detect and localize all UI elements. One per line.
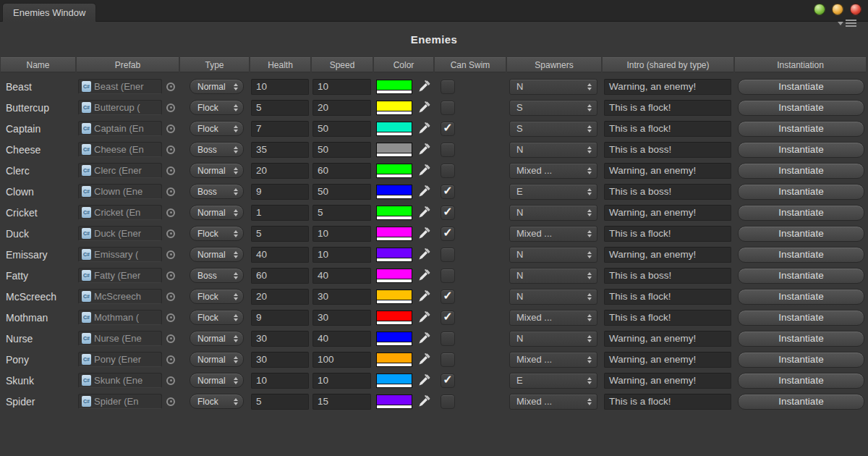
instantiate-button[interactable]: Instantiate — [738, 184, 864, 200]
can-swim-checkbox[interactable]: ✓ — [441, 164, 455, 178]
spawners-dropdown[interactable]: S — [509, 121, 597, 137]
can-swim-checkbox[interactable]: ✓ — [441, 248, 455, 262]
can-swim-checkbox[interactable]: ✓ — [441, 80, 455, 94]
object-picker-icon[interactable] — [166, 124, 175, 133]
health-input[interactable]: 30 — [251, 352, 309, 368]
instantiate-button[interactable]: Instantiate — [738, 247, 864, 263]
prefab-object-field[interactable]: C# Pony (Ener — [78, 352, 162, 367]
speed-input[interactable]: 10 — [312, 79, 371, 95]
type-dropdown[interactable]: Flock — [190, 289, 244, 304]
eyedropper-icon[interactable] — [418, 227, 430, 240]
type-dropdown[interactable]: Boss — [190, 268, 244, 283]
eyedropper-icon[interactable] — [418, 290, 430, 303]
eyedropper-icon[interactable] — [418, 248, 430, 261]
instantiate-button[interactable]: Instantiate — [738, 79, 864, 95]
health-input[interactable]: 9 — [251, 310, 309, 326]
intro-input[interactable]: Warning, an enemy! — [604, 373, 731, 389]
spawners-dropdown[interactable]: N — [509, 247, 597, 263]
intro-input[interactable]: This is a flock! — [604, 226, 731, 242]
color-swatch[interactable] — [376, 394, 412, 409]
color-swatch[interactable] — [376, 185, 412, 199]
prefab-object-field[interactable]: C# Buttercup ( — [78, 100, 162, 115]
object-picker-icon[interactable] — [166, 104, 175, 112]
color-swatch[interactable] — [376, 311, 412, 325]
speed-input[interactable]: 30 — [312, 289, 371, 305]
intro-input[interactable]: This is a flock! — [604, 100, 731, 116]
window-close-icon[interactable] — [850, 4, 861, 15]
health-input[interactable]: 1 — [251, 205, 309, 221]
health-input[interactable]: 20 — [251, 163, 309, 179]
speed-input[interactable]: 15 — [312, 394, 371, 410]
type-dropdown[interactable]: Normal — [190, 79, 244, 94]
type-dropdown[interactable]: Flock — [190, 226, 244, 241]
spawners-dropdown[interactable]: N — [509, 331, 597, 347]
color-swatch[interactable] — [376, 373, 412, 388]
color-swatch[interactable] — [376, 164, 412, 178]
spawners-dropdown[interactable]: E — [509, 373, 597, 389]
spawners-dropdown[interactable]: S — [509, 100, 597, 116]
can-swim-checkbox[interactable]: ✓ — [441, 332, 455, 346]
color-swatch[interactable] — [376, 122, 412, 136]
object-picker-icon[interactable] — [166, 355, 175, 364]
instantiate-button[interactable]: Instantiate — [738, 310, 864, 326]
object-picker-icon[interactable] — [166, 83, 175, 91]
can-swim-checkbox[interactable]: ✓ — [441, 185, 455, 199]
health-input[interactable]: 20 — [251, 289, 309, 305]
object-picker-icon[interactable] — [166, 334, 175, 343]
speed-input[interactable]: 50 — [312, 184, 371, 200]
prefab-object-field[interactable]: C# Emissary ( — [78, 247, 162, 262]
color-swatch[interactable] — [376, 290, 412, 304]
instantiate-button[interactable]: Instantiate — [738, 352, 864, 368]
speed-input[interactable]: 20 — [312, 100, 371, 116]
color-swatch[interactable] — [376, 248, 412, 262]
speed-input[interactable]: 5 — [312, 205, 371, 221]
spawners-dropdown[interactable]: Mixed ... — [509, 352, 597, 368]
can-swim-checkbox[interactable]: ✓ — [441, 101, 455, 115]
instantiate-button[interactable]: Instantiate — [738, 100, 864, 116]
instantiate-button[interactable]: Instantiate — [738, 226, 864, 242]
intro-input[interactable]: Warning, an enemy! — [604, 247, 731, 263]
prefab-object-field[interactable]: C# Captain (En — [78, 121, 162, 136]
type-dropdown[interactable]: Normal — [190, 163, 244, 178]
color-swatch[interactable] — [376, 352, 412, 367]
eyedropper-icon[interactable] — [418, 269, 430, 282]
object-picker-icon[interactable] — [166, 397, 175, 406]
speed-input[interactable]: 10 — [312, 226, 371, 242]
prefab-object-field[interactable]: C# Spider (En — [78, 394, 162, 409]
type-dropdown[interactable]: Normal — [190, 205, 244, 220]
prefab-object-field[interactable]: C# Skunk (Ene — [78, 373, 162, 388]
prefab-object-field[interactable]: C# Fatty (Ener — [78, 268, 162, 283]
object-picker-icon[interactable] — [166, 271, 175, 280]
can-swim-checkbox[interactable]: ✓ — [441, 352, 455, 367]
eyedropper-icon[interactable] — [418, 164, 430, 177]
can-swim-checkbox[interactable]: ✓ — [441, 311, 455, 325]
eyedropper-icon[interactable] — [418, 101, 430, 114]
health-input[interactable]: 9 — [251, 184, 309, 200]
spawners-dropdown[interactable]: E — [509, 184, 597, 200]
can-swim-checkbox[interactable]: ✓ — [441, 227, 455, 241]
speed-input[interactable]: 10 — [312, 373, 371, 389]
prefab-object-field[interactable]: C# Nurse (Ene — [78, 331, 162, 346]
instantiate-button[interactable]: Instantiate — [738, 205, 864, 221]
eyedropper-icon[interactable] — [418, 395, 430, 408]
can-swim-checkbox[interactable]: ✓ — [441, 206, 455, 220]
instantiate-button[interactable]: Instantiate — [738, 163, 864, 179]
health-input[interactable]: 5 — [251, 226, 309, 242]
instantiate-button[interactable]: Instantiate — [738, 268, 864, 284]
color-swatch[interactable] — [376, 227, 412, 241]
type-dropdown[interactable]: Normal — [190, 331, 244, 346]
object-picker-icon[interactable] — [166, 208, 175, 217]
intro-input[interactable]: This is a flock! — [604, 310, 731, 326]
spawners-dropdown[interactable]: N — [509, 142, 597, 158]
speed-input[interactable]: 10 — [312, 247, 371, 263]
prefab-object-field[interactable]: C# Clerc (Ener — [78, 163, 162, 178]
spawners-dropdown[interactable]: Mixed ... — [509, 163, 597, 179]
type-dropdown[interactable]: Boss — [190, 142, 244, 157]
object-picker-icon[interactable] — [166, 313, 175, 322]
health-input[interactable]: 5 — [251, 100, 309, 116]
object-picker-icon[interactable] — [166, 250, 175, 259]
health-input[interactable]: 35 — [251, 142, 309, 158]
object-picker-icon[interactable] — [166, 229, 175, 238]
health-input[interactable]: 30 — [251, 331, 309, 347]
color-swatch[interactable] — [376, 269, 412, 283]
